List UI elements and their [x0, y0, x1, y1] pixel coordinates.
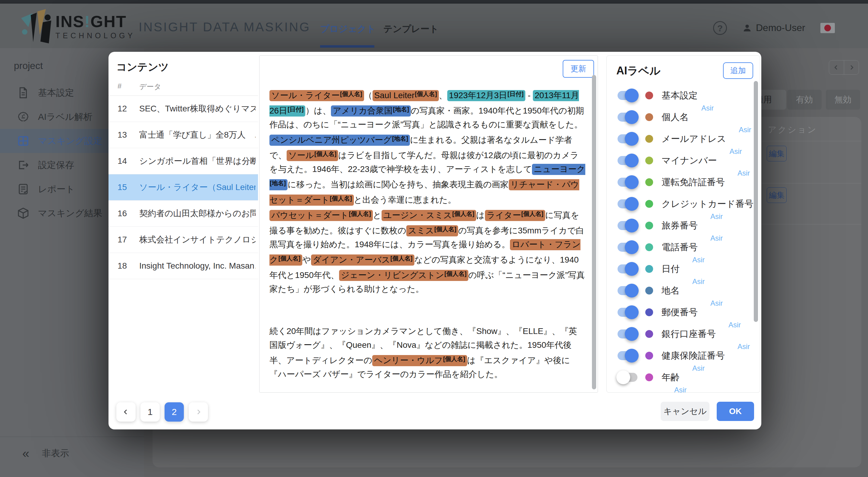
- entity-highlight-person[interactable]: ユージン・スミス[個人名]: [381, 210, 476, 221]
- prev-page-icon[interactable]: [829, 61, 844, 74]
- label-toggle[interactable]: [618, 134, 638, 143]
- label-color-dot: [645, 287, 653, 295]
- label-name: クレジットカード番号: [661, 198, 753, 210]
- edit-button[interactable]: 編集: [767, 146, 786, 161]
- entity-highlight-person[interactable]: パウセット＝ダート[個人名]: [270, 210, 373, 221]
- ai-labels-panel: AIラベル 追加 基本設定個人名AsirメールアドレスAsirマイナンバーAsi…: [607, 56, 760, 393]
- label-toggle[interactable]: [618, 330, 638, 338]
- content-row-number: 15: [118, 182, 127, 192]
- entity-highlight-person[interactable]: ダイアン・アーバス[個人名]: [311, 254, 414, 266]
- entity-tag: [地名]: [392, 135, 408, 142]
- document-scrollbar-thumb[interactable]: [592, 75, 596, 389]
- ai-label-row-銀行口座番号: 銀行口座番号Asir: [607, 323, 760, 345]
- ai-labels-scrollbar-thumb[interactable]: [754, 81, 758, 322]
- entity-tag: [日付]: [287, 106, 304, 113]
- entity-tag: [地名]: [270, 180, 286, 186]
- label-toggle[interactable]: [618, 243, 638, 252]
- japan-flag-icon[interactable]: [820, 23, 835, 33]
- content-row-number: 12: [118, 104, 127, 113]
- cancel-button[interactable]: キャンセル: [661, 402, 710, 421]
- column-header-data: データ: [139, 82, 161, 92]
- ai-label-row-郵便番号: 郵便番号Asir: [607, 301, 760, 323]
- entity-tag: [日付]: [507, 91, 524, 97]
- engine-badge: Asir: [710, 212, 723, 221]
- engine-badge: Asir: [728, 321, 741, 329]
- ok-button[interactable]: OK: [717, 402, 754, 421]
- pagination-prev-icon[interactable]: [116, 402, 135, 421]
- entity-tag: [個人名]: [521, 210, 543, 217]
- entity-tag: [個人名]: [278, 255, 301, 262]
- nav-tab-projects[interactable]: プロジェクト: [320, 23, 375, 35]
- label-name: 日付: [661, 263, 680, 275]
- content-row-15[interactable]: 15ソール・ライター（Saul Leiter…: [108, 174, 258, 201]
- window-top-strip: [0, 0, 868, 4]
- entity-highlight-person[interactable]: リチャード・パウセット＝ダート[個人名]: [270, 179, 579, 206]
- content-row-text: 株式会社インサイトテクノロジ…: [139, 234, 255, 245]
- help-icon[interactable]: ?: [713, 21, 727, 35]
- entity-highlight-person[interactable]: ライター[個人名]: [485, 210, 545, 221]
- label-toggle[interactable]: [618, 113, 638, 122]
- label-name: 基本設定: [661, 90, 698, 102]
- content-row-12[interactable]: 12SEC、Twitter株取得めぐりマス…: [108, 96, 258, 122]
- ai-label-row-健康保険証番号: 健康保険証番号Asir: [607, 345, 760, 367]
- edit-button[interactable]: 編集: [767, 187, 786, 203]
- entity-tag: [個人名]: [415, 91, 437, 97]
- content-row-18[interactable]: 18Insight Technology, Inc. Masan…: [108, 253, 258, 279]
- ai-label-row-マイナンバー: マイナンバーAsir: [607, 150, 760, 171]
- entity-highlight-person[interactable]: ソール[個人名]: [287, 150, 338, 161]
- entity-highlight-date[interactable]: 1923年12月3日[日付]: [447, 90, 525, 101]
- entity-tag: [個人名]: [434, 226, 456, 233]
- label-toggle[interactable]: [618, 351, 638, 360]
- content-row-17[interactable]: 17株式会社インサイトテクノロジ…: [108, 227, 258, 253]
- entity-highlight-person[interactable]: Saul Leiter[個人名]: [373, 90, 439, 101]
- sidebar-item-label: レポート: [38, 183, 75, 196]
- content-row-text: 契約者の山田太郎様からのお問…: [139, 208, 255, 219]
- label-color-dot: [645, 135, 653, 143]
- update-button[interactable]: 更新: [563, 60, 594, 78]
- content-row-number: 16: [118, 209, 127, 218]
- entity-highlight-person[interactable]: ヘンリー・ウルフ[個人名]: [372, 355, 467, 366]
- nav-tab-templates[interactable]: テンプレート: [383, 23, 439, 35]
- label-color-dot: [645, 352, 653, 360]
- entity-highlight-person[interactable]: スミス[個人名]: [406, 225, 458, 236]
- entity-tag: [個人名]: [453, 210, 474, 217]
- pagination-next-icon[interactable]: [189, 402, 208, 421]
- label-toggle[interactable]: [618, 308, 638, 317]
- entity-highlight-place[interactable]: ペンシルベニア州ピッツバーグ[地名]: [270, 135, 410, 146]
- content-row-13[interactable]: 13富士通「学び直し」全8万人 ご…: [108, 122, 258, 148]
- label-toggle[interactable]: [618, 373, 638, 382]
- entity-highlight-place[interactable]: アメリカ合衆国[地名]: [331, 105, 411, 116]
- label-name: 電話番号: [661, 241, 698, 253]
- label-toggle[interactable]: [618, 221, 638, 230]
- pagination-page-1[interactable]: 1: [141, 402, 160, 421]
- disable-button[interactable]: 無効: [826, 90, 860, 110]
- entity-highlight-person[interactable]: ジェーン・リビングストン[個人名]: [339, 270, 468, 281]
- document-preview-panel: 更新 ソール・ライター[個人名]（Saul Leiter[個人名]、1923年1…: [259, 56, 598, 393]
- label-toggle[interactable]: [618, 156, 638, 165]
- content-row-number: 18: [118, 261, 127, 271]
- masking-settings-dialog: コンテンツ # データ 12SEC、Twitter株取得めぐりマス…13富士通「…: [108, 52, 761, 430]
- label-toggle[interactable]: [618, 264, 638, 273]
- label-color-dot: [645, 113, 653, 121]
- entity-tag: [個人名]: [340, 91, 362, 97]
- user-menu[interactable]: Demo-User: [742, 22, 805, 33]
- ai-label-row-運転免許証番号: 運転免許証番号Asir: [607, 171, 760, 193]
- entity-highlight-person[interactable]: ソール・ライター[個人名]: [270, 90, 364, 101]
- add-label-button[interactable]: 追加: [723, 62, 753, 79]
- sidebar-item-label: 設定保存: [38, 159, 74, 171]
- content-row-14[interactable]: 14シンガポール首相「世界は分断…: [108, 148, 258, 174]
- label-color-dot: [645, 330, 653, 338]
- label-toggle[interactable]: [618, 199, 638, 208]
- collapse-label: 非表示: [42, 447, 69, 459]
- content-row-16[interactable]: 16契約者の山田太郎様からのお問…: [108, 201, 258, 227]
- label-toggle[interactable]: [618, 286, 638, 295]
- pagination-page-2[interactable]: 2: [164, 402, 184, 421]
- next-page-icon[interactable]: [844, 61, 859, 74]
- sidebar-collapse-button[interactable]: « 非表示: [22, 447, 144, 459]
- label-toggle[interactable]: [618, 178, 638, 187]
- label-toggle[interactable]: [618, 91, 638, 100]
- enable-button[interactable]: 有効: [787, 90, 822, 110]
- application-window: INS!GHT TECHNOLOGY INSIGHT DATA MASKING …: [0, 0, 868, 477]
- label-color-dot: [645, 308, 653, 316]
- table-pager-group: [829, 60, 859, 75]
